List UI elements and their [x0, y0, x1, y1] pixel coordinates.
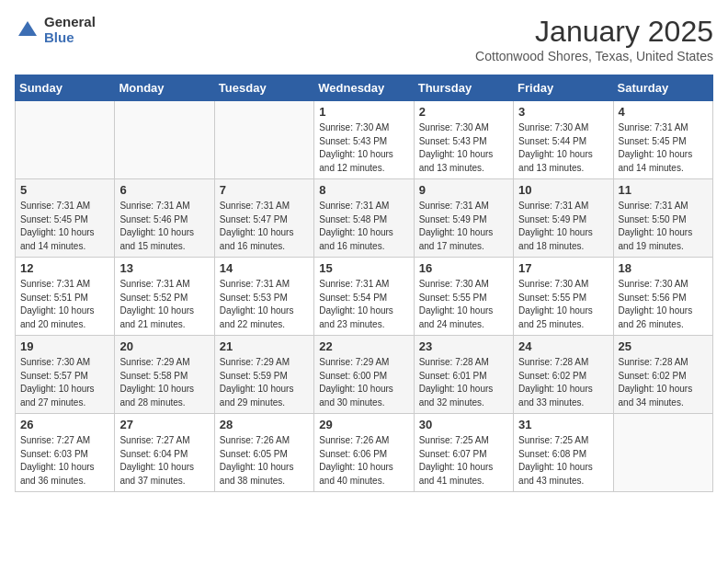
logo-blue: Blue	[44, 30, 96, 46]
calendar-cell: 3Sunrise: 7:30 AM Sunset: 5:44 PM Daylig…	[514, 101, 613, 179]
calendar-cell: 5Sunrise: 7:31 AM Sunset: 5:45 PM Daylig…	[16, 179, 115, 258]
weekday-header: Wednesday	[314, 75, 414, 101]
day-info: Sunrise: 7:31 AM Sunset: 5:51 PM Dayligh…	[20, 278, 109, 331]
title-block: January 2025 Cottonwood Shores, Texas, U…	[475, 15, 713, 63]
day-number: 2	[419, 105, 508, 119]
day-number: 17	[518, 261, 608, 275]
calendar-cell: 24Sunrise: 7:28 AM Sunset: 6:02 PM Dayli…	[514, 336, 613, 414]
calendar-body: 1Sunrise: 7:30 AM Sunset: 5:43 PM Daylig…	[16, 101, 713, 492]
day-number: 29	[319, 418, 408, 431]
day-number: 11	[619, 183, 708, 197]
day-number: 19	[20, 339, 109, 353]
calendar-cell: 2Sunrise: 7:30 AM Sunset: 5:43 PM Daylig…	[414, 101, 513, 179]
day-info: Sunrise: 7:31 AM Sunset: 5:47 PM Dayligh…	[220, 200, 309, 253]
calendar-cell: 21Sunrise: 7:29 AM Sunset: 5:59 PM Dayli…	[214, 336, 313, 414]
logo: General Blue	[15, 15, 96, 45]
day-number: 10	[518, 183, 608, 197]
calendar-cell	[613, 414, 712, 492]
day-number: 16	[419, 261, 508, 275]
calendar-cell: 19Sunrise: 7:30 AM Sunset: 5:57 PM Dayli…	[16, 336, 115, 414]
weekday-header: Thursday	[414, 75, 513, 101]
day-info: Sunrise: 7:26 AM Sunset: 6:05 PM Dayligh…	[220, 434, 309, 488]
day-number: 9	[419, 183, 508, 197]
calendar-cell: 14Sunrise: 7:31 AM Sunset: 5:53 PM Dayli…	[214, 258, 313, 336]
day-info: Sunrise: 7:25 AM Sunset: 6:07 PM Dayligh…	[419, 434, 508, 488]
day-info: Sunrise: 7:30 AM Sunset: 5:57 PM Dayligh…	[20, 356, 109, 409]
day-info: Sunrise: 7:25 AM Sunset: 6:08 PM Dayligh…	[518, 434, 608, 488]
calendar-cell: 27Sunrise: 7:27 AM Sunset: 6:04 PM Dayli…	[115, 414, 214, 492]
day-number: 28	[220, 418, 309, 431]
day-info: Sunrise: 7:29 AM Sunset: 5:59 PM Dayligh…	[220, 356, 309, 409]
day-info: Sunrise: 7:28 AM Sunset: 6:01 PM Dayligh…	[419, 356, 508, 409]
day-number: 1	[319, 105, 408, 119]
calendar-cell: 7Sunrise: 7:31 AM Sunset: 5:47 PM Daylig…	[214, 179, 313, 258]
calendar-header: SundayMondayTuesdayWednesdayThursdayFrid…	[16, 75, 713, 101]
calendar-cell: 17Sunrise: 7:30 AM Sunset: 5:55 PM Dayli…	[514, 258, 613, 336]
day-info: Sunrise: 7:27 AM Sunset: 6:04 PM Dayligh…	[119, 434, 209, 488]
calendar-week-row: 12Sunrise: 7:31 AM Sunset: 5:51 PM Dayli…	[16, 258, 713, 336]
day-number: 24	[518, 339, 608, 353]
calendar-cell: 6Sunrise: 7:31 AM Sunset: 5:46 PM Daylig…	[115, 179, 214, 258]
day-number: 13	[119, 261, 209, 275]
day-info: Sunrise: 7:31 AM Sunset: 5:52 PM Dayligh…	[119, 278, 209, 331]
calendar-cell: 15Sunrise: 7:31 AM Sunset: 5:54 PM Dayli…	[314, 258, 414, 336]
day-info: Sunrise: 7:31 AM Sunset: 5:45 PM Dayligh…	[20, 200, 109, 253]
day-number: 3	[518, 105, 608, 119]
day-info: Sunrise: 7:28 AM Sunset: 6:02 PM Dayligh…	[619, 356, 708, 409]
day-number: 4	[619, 105, 708, 119]
day-info: Sunrise: 7:31 AM Sunset: 5:49 PM Dayligh…	[518, 200, 608, 253]
calendar-cell: 22Sunrise: 7:29 AM Sunset: 6:00 PM Dayli…	[314, 336, 414, 414]
calendar-cell: 16Sunrise: 7:30 AM Sunset: 5:55 PM Dayli…	[414, 258, 513, 336]
weekday-row: SundayMondayTuesdayWednesdayThursdayFrid…	[16, 75, 713, 101]
day-info: Sunrise: 7:30 AM Sunset: 5:55 PM Dayligh…	[419, 278, 508, 331]
calendar-cell: 28Sunrise: 7:26 AM Sunset: 6:05 PM Dayli…	[214, 414, 313, 492]
day-number: 25	[619, 339, 708, 353]
day-number: 12	[20, 261, 109, 275]
calendar-week-row: 5Sunrise: 7:31 AM Sunset: 5:45 PM Daylig…	[16, 179, 713, 258]
day-info: Sunrise: 7:27 AM Sunset: 6:03 PM Dayligh…	[20, 434, 109, 488]
weekday-header: Tuesday	[214, 75, 313, 101]
day-number: 7	[220, 183, 309, 197]
day-info: Sunrise: 7:30 AM Sunset: 5:56 PM Dayligh…	[619, 278, 708, 331]
weekday-header: Monday	[115, 75, 214, 101]
day-number: 23	[419, 339, 508, 353]
day-number: 15	[319, 261, 408, 275]
day-number: 5	[20, 183, 109, 197]
day-number: 21	[220, 339, 309, 353]
calendar-week-row: 1Sunrise: 7:30 AM Sunset: 5:43 PM Daylig…	[16, 101, 713, 179]
svg-marker-0	[18, 21, 37, 36]
day-info: Sunrise: 7:31 AM Sunset: 5:53 PM Dayligh…	[220, 278, 309, 331]
calendar-cell	[115, 101, 214, 179]
day-info: Sunrise: 7:30 AM Sunset: 5:43 PM Dayligh…	[419, 121, 508, 175]
calendar-cell: 31Sunrise: 7:25 AM Sunset: 6:08 PM Dayli…	[514, 414, 613, 492]
calendar-table: SundayMondayTuesdayWednesdayThursdayFrid…	[15, 75, 713, 492]
day-info: Sunrise: 7:31 AM Sunset: 5:54 PM Dayligh…	[319, 278, 408, 331]
calendar-cell: 18Sunrise: 7:30 AM Sunset: 5:56 PM Dayli…	[613, 258, 712, 336]
weekday-header: Sunday	[16, 75, 115, 101]
calendar-cell: 9Sunrise: 7:31 AM Sunset: 5:49 PM Daylig…	[414, 179, 513, 258]
calendar-cell	[214, 101, 313, 179]
calendar-cell: 13Sunrise: 7:31 AM Sunset: 5:52 PM Dayli…	[115, 258, 214, 336]
day-number: 18	[619, 261, 708, 275]
day-number: 6	[119, 183, 209, 197]
calendar-title: January 2025	[475, 15, 713, 49]
day-info: Sunrise: 7:30 AM Sunset: 5:43 PM Dayligh…	[319, 121, 408, 175]
page-header: General Blue January 2025 Cottonwood Sho…	[15, 15, 713, 63]
calendar-cell: 30Sunrise: 7:25 AM Sunset: 6:07 PM Dayli…	[414, 414, 513, 492]
day-number: 27	[119, 418, 209, 431]
day-info: Sunrise: 7:28 AM Sunset: 6:02 PM Dayligh…	[518, 356, 608, 409]
day-number: 26	[20, 418, 109, 431]
day-info: Sunrise: 7:31 AM Sunset: 5:46 PM Dayligh…	[119, 200, 209, 253]
day-number: 20	[119, 339, 209, 353]
logo-icon	[15, 17, 40, 43]
weekday-header: Saturday	[613, 75, 712, 101]
calendar-cell: 1Sunrise: 7:30 AM Sunset: 5:43 PM Daylig…	[314, 101, 414, 179]
calendar-cell: 20Sunrise: 7:29 AM Sunset: 5:58 PM Dayli…	[115, 336, 214, 414]
calendar-cell: 11Sunrise: 7:31 AM Sunset: 5:50 PM Dayli…	[613, 179, 712, 258]
day-info: Sunrise: 7:30 AM Sunset: 5:55 PM Dayligh…	[518, 278, 608, 331]
day-number: 30	[419, 418, 508, 431]
logo-general: General	[44, 15, 96, 30]
day-info: Sunrise: 7:29 AM Sunset: 6:00 PM Dayligh…	[319, 356, 408, 409]
weekday-header: Friday	[514, 75, 613, 101]
day-info: Sunrise: 7:31 AM Sunset: 5:49 PM Dayligh…	[419, 200, 508, 253]
